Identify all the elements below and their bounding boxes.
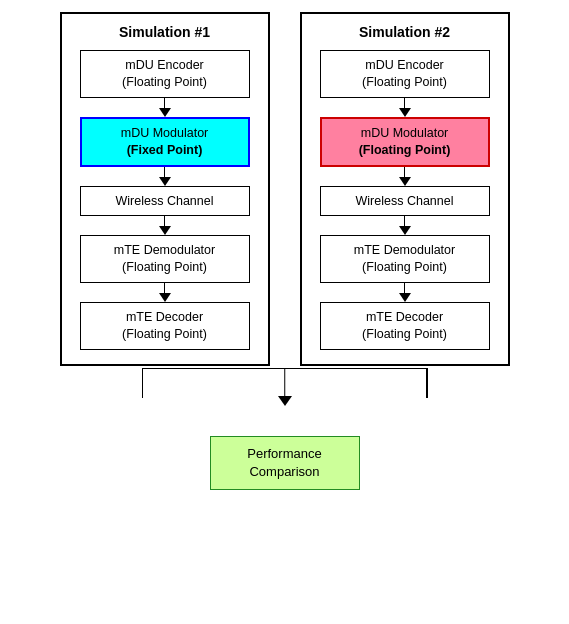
- sim2-decoder-line1: mTE Decoder: [366, 310, 443, 324]
- sim2-decoder-block: mTE Decoder (Floating Point): [320, 302, 490, 350]
- sim1-decoder-line2: (Floating Point): [122, 327, 207, 341]
- sim1-encoder-line1: mDU Encoder: [125, 58, 204, 72]
- sim2-decoder-line2: (Floating Point): [362, 327, 447, 341]
- sim1-decoder-block: mTE Decoder (Floating Point): [80, 302, 250, 350]
- sim2-arrow-4: [316, 283, 494, 302]
- sim2-title: Simulation #2: [359, 24, 450, 40]
- merge-area: [45, 368, 525, 418]
- performance-line1: Performance: [247, 446, 321, 461]
- sim1-channel-block: Wireless Channel: [80, 186, 250, 217]
- sim2-channel-line1: Wireless Channel: [356, 194, 454, 208]
- sim2-modulator-block: mDU Modulator (Floating Point): [320, 117, 490, 167]
- sim2-arrow-2: [316, 167, 494, 186]
- sim2-demodulator-block: mTE Demodulator (Floating Point): [320, 235, 490, 283]
- simulation-2-box: Simulation #2 mDU Encoder (Floating Poin…: [300, 12, 510, 366]
- sim1-demodulator-line1: mTE Demodulator: [114, 243, 215, 257]
- sim1-arrow-3: [76, 216, 254, 235]
- sim2-arrow-1: [316, 98, 494, 117]
- sim2-encoder-block: mDU Encoder (Floating Point): [320, 50, 490, 98]
- sim1-arrow-2: [76, 167, 254, 186]
- v-line-right: [426, 368, 428, 398]
- center-arrowhead: [278, 396, 292, 406]
- sim1-encoder-line2: (Floating Point): [122, 75, 207, 89]
- sim2-arrow-3: [316, 216, 494, 235]
- sim2-channel-block: Wireless Channel: [320, 186, 490, 217]
- v-line-left: [142, 368, 144, 398]
- sim1-channel-line1: Wireless Channel: [116, 194, 214, 208]
- diagram: Simulation #1 mDU Encoder (Floating Poin…: [15, 12, 555, 612]
- center-line: [284, 368, 286, 398]
- sim1-demodulator-block: mTE Demodulator (Floating Point): [80, 235, 250, 283]
- sim1-modulator-line1: mDU Modulator: [121, 126, 209, 140]
- sim2-modulator-line1: mDU Modulator: [361, 126, 449, 140]
- sim1-modulator-block: mDU Modulator (Fixed Point): [80, 117, 250, 167]
- sim2-demodulator-line2: (Floating Point): [362, 260, 447, 274]
- sim2-demodulator-line1: mTE Demodulator: [354, 243, 455, 257]
- h-line-left: [142, 368, 285, 370]
- sim1-decoder-line1: mTE Decoder: [126, 310, 203, 324]
- sim1-title: Simulation #1: [119, 24, 210, 40]
- sim1-demodulator-line2: (Floating Point): [122, 260, 207, 274]
- simulations-row: Simulation #1 mDU Encoder (Floating Poin…: [15, 12, 555, 366]
- sim2-modulator-line2: (Floating Point): [359, 143, 451, 157]
- simulation-1-box: Simulation #1 mDU Encoder (Floating Poin…: [60, 12, 270, 366]
- sim1-arrow-1: [76, 98, 254, 117]
- sim2-encoder-line1: mDU Encoder: [365, 58, 444, 72]
- performance-comparison-block: Performance Comparison: [210, 436, 360, 490]
- h-line-right: [285, 368, 428, 370]
- sim1-modulator-line2: (Fixed Point): [127, 143, 203, 157]
- bottom-section: Performance Comparison: [15, 366, 555, 490]
- performance-line2: Comparison: [249, 464, 319, 479]
- sim1-arrow-4: [76, 283, 254, 302]
- sim2-encoder-line2: (Floating Point): [362, 75, 447, 89]
- sim1-encoder-block: mDU Encoder (Floating Point): [80, 50, 250, 98]
